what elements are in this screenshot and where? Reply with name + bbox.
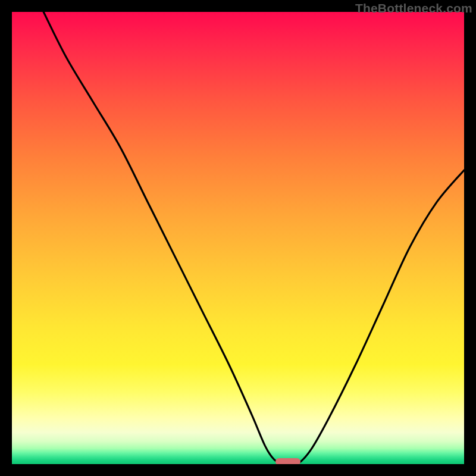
watermark-text: TheBottleneck.com	[355, 1, 472, 15]
bottleneck-curve	[12, 12, 464, 464]
optimal-point-marker	[275, 458, 300, 464]
chart-frame: TheBottleneck.com	[0, 0, 476, 476]
plot-area	[12, 12, 464, 464]
